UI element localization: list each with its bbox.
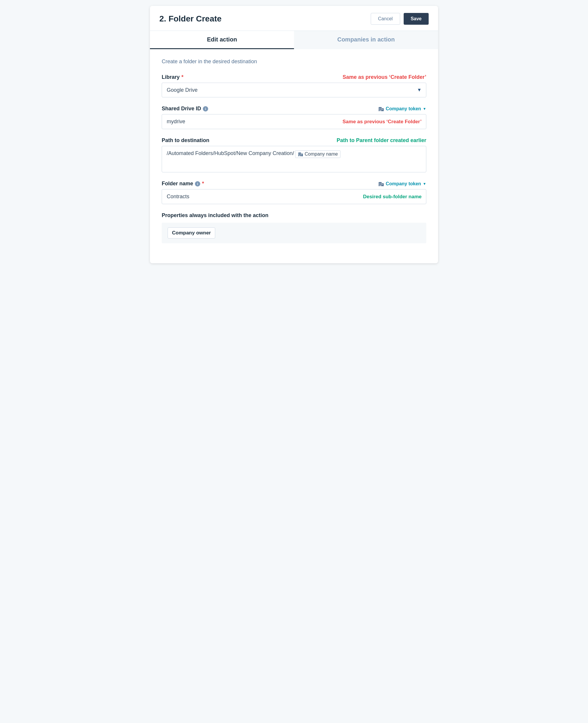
card-body: Create a folder in the desired destinati… [150,49,438,263]
company-token-building-icon [378,106,384,112]
folder-name-field-group: Folder name i * [162,181,426,204]
folder-token-chevron-icon: ▼ [423,182,426,186]
svg-rect-20 [379,184,380,185]
properties-box: Company owner [162,223,426,243]
folder-name-input[interactable] [162,189,426,204]
svg-rect-13 [300,154,300,155]
properties-section: Properties always included with the acti… [162,212,426,243]
shared-drive-input[interactable] [162,114,426,129]
path-company-name-token[interactable]: Company name [295,150,340,158]
library-note: Same as previous ‘Create Folder’ [342,74,426,80]
svg-rect-14 [299,156,300,157]
svg-rect-3 [380,108,381,108]
path-field-group: Path to destination Path to Parent folde… [162,137,426,172]
folder-token-label: Company token [386,181,421,186]
svg-rect-4 [379,109,380,110]
page-title: 2. Folder Create [159,14,222,23]
shared-drive-token-link[interactable]: Company token ▼ [378,106,426,112]
shared-drive-info-icon[interactable]: i [203,106,208,111]
library-select[interactable]: Google Drive SharePoint OneDrive Dropbox [162,83,426,97]
folder-token-building-icon [378,181,384,187]
library-label-row: Library * Same as previous ‘Create Folde… [162,74,426,80]
svg-rect-19 [380,183,381,184]
svg-rect-18 [379,183,380,184]
company-owner-tag: Company owner [168,227,215,239]
library-label: Library * [162,74,184,80]
path-prefix-text: /Automated Folders/HubSpot/New Company C… [167,150,294,157]
folder-name-info-icon[interactable]: i [195,181,200,186]
cancel-button[interactable]: Cancel [371,13,400,25]
shared-drive-id-field-group: Shared Drive ID i [162,106,426,129]
svg-rect-22 [380,185,381,186]
shared-drive-label: Shared Drive ID i [162,106,208,112]
save-button[interactable]: Save [404,13,429,25]
library-field-group: Library * Same as previous ‘Create Folde… [162,74,426,97]
folder-name-token-link[interactable]: Company token ▼ [378,181,426,187]
folder-name-input-wrapper: Desired sub-folder name [162,189,426,204]
shared-drive-input-wrapper: Same as previous ‘Create Folder’ [162,114,426,129]
svg-rect-23 [382,184,383,185]
svg-rect-10 [299,153,299,154]
svg-rect-11 [300,153,300,154]
main-card: 2. Folder Create Cancel Save Edit action… [150,6,438,263]
svg-rect-12 [299,154,299,155]
svg-rect-2 [379,108,380,108]
path-input[interactable]: /Automated Folders/HubSpot/New Company C… [162,146,426,172]
path-label-row: Path to destination Path to Parent folde… [162,137,426,144]
shared-drive-label-row: Shared Drive ID i [162,106,426,112]
path-token-label: Company name [304,151,338,157]
card-header: 2. Folder Create Cancel Save [150,6,438,31]
path-note: Path to Parent folder created earlier [337,137,426,144]
form-description: Create a folder in the desired destinati… [162,59,426,65]
tabs-bar: Edit action Companies in action [150,31,438,49]
header-buttons: Cancel Save [371,13,429,25]
folder-name-required-star: * [202,181,204,187]
shared-drive-token-label: Company token [386,106,421,111]
library-select-wrapper: Google Drive SharePoint OneDrive Dropbox… [162,83,426,97]
folder-name-label-row: Folder name i * [162,181,426,187]
properties-label: Properties always included with the acti… [162,212,426,219]
path-token-building-icon [298,151,303,157]
tab-edit-action[interactable]: Edit action [150,31,294,49]
svg-rect-21 [380,184,381,185]
svg-rect-15 [302,154,302,155]
library-required-star: * [182,74,184,80]
svg-rect-7 [382,109,383,110]
svg-rect-6 [380,110,381,111]
svg-rect-9 [301,153,303,156]
shared-drive-token-chevron-icon: ▼ [423,107,426,111]
path-label: Path to destination [162,137,209,144]
folder-name-label: Folder name i * [162,181,204,187]
tab-companies-in-action[interactable]: Companies in action [294,31,438,49]
svg-rect-5 [380,109,381,110]
